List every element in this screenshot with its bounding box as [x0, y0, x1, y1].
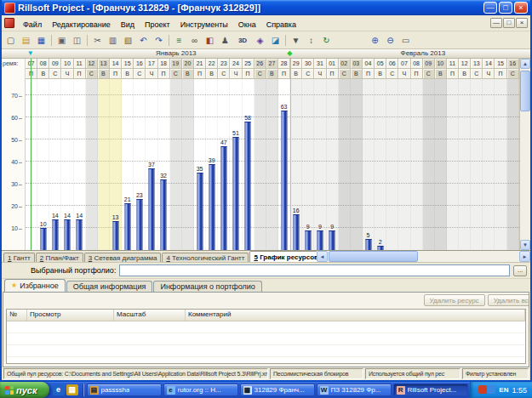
remove-all-button[interactable]: Удалить все — [488, 294, 529, 306]
toolbar-network-view-button[interactable]: ◈ — [253, 34, 267, 47]
scroll-up-icon[interactable]: ▲ — [520, 59, 530, 69]
toolbar-zoom-in-button[interactable]: ⊕ — [368, 34, 382, 47]
quick-launch-browser-icon[interactable]: e — [53, 384, 65, 395]
view-tab-3[interactable]: 3 Сетевая диаграмма — [84, 253, 162, 262]
toolbar-paste-button[interactable]: ▧ — [121, 34, 135, 47]
table-column-header-3[interactable]: Масштаб — [114, 310, 186, 321]
resource-load-bar — [64, 219, 70, 250]
menu-item-проект[interactable]: Проект — [140, 20, 175, 29]
vertical-scroll-thumb[interactable] — [520, 71, 530, 111]
day-plot-cell: 51 — [230, 79, 242, 250]
toolbar-print-button[interactable]: ▣ — [54, 34, 69, 47]
toolbar-zoom-fit-button[interactable]: ▭ — [398, 34, 413, 47]
taskbar-task-button[interactable]: RRillsoft Project... — [393, 384, 468, 396]
resource-load-bar — [281, 111, 287, 250]
day-plot-cell — [471, 79, 483, 250]
date-header-cell: 09 — [423, 59, 435, 69]
toolbar-chart-view-button[interactable]: ◪ — [268, 34, 283, 47]
toolbar-cut-button[interactable]: ✂ — [90, 34, 105, 47]
toolbar-3d-view-button[interactable]: 3D — [233, 34, 252, 47]
scroll-down-icon[interactable]: ▼ — [520, 240, 530, 250]
view-tab-2[interactable]: 2 План/Факт — [36, 253, 83, 262]
panel-tab-3[interactable]: Информация о портфолио — [153, 281, 261, 292]
chart-day-column: 12В — [459, 59, 471, 250]
task-label: Rillsoft Project... — [408, 386, 457, 394]
toolbar: ▢▤▦▣◫✂▥▧↶↷≡∞◧♟3D◈◪▼↕↻⊕⊖▭ — [2, 31, 530, 49]
day-plot-cell — [98, 79, 110, 250]
mdi-close-button[interactable]: × — [516, 18, 528, 28]
toolbar-refresh-button[interactable]: ↻ — [319, 34, 334, 47]
toolbar-new-document-button[interactable]: ▢ — [3, 34, 18, 47]
table-column-header-4[interactable]: Комментарий — [186, 310, 525, 321]
taskbar-task-button[interactable]: ▦312829 Франч... — [240, 384, 315, 396]
horizontal-scroll-track[interactable] — [328, 251, 519, 262]
toolbar-insert-task-button[interactable]: ≡ — [172, 34, 186, 47]
language-indicator[interactable]: EN — [499, 386, 508, 394]
menu-item-инструменты[interactable]: Инструменты — [175, 20, 233, 29]
bar-value-label: 58 — [237, 115, 259, 121]
mdi-minimize-button[interactable]: — — [490, 18, 502, 28]
scroll-left-icon[interactable]: ◄ — [317, 251, 328, 262]
mdi-restore-button[interactable]: □ — [503, 18, 515, 28]
weekday-header-cell: С — [423, 69, 435, 79]
minimize-button[interactable]: — — [483, 2, 497, 14]
menu-item-редактирование[interactable]: Редактирование — [47, 20, 116, 29]
table-column-header-1[interactable]: № — [7, 310, 27, 321]
tray-network-icon[interactable] — [487, 385, 495, 394]
quick-launch-folder-icon[interactable]: ▤ — [66, 384, 78, 395]
chart-day-column: 06С — [386, 59, 398, 250]
bar-value-label: 47 — [213, 139, 234, 145]
day-plot-cell: 14 — [74, 79, 86, 250]
bar-value-label: 35 — [189, 166, 210, 172]
tray-antivirus-icon[interactable] — [478, 385, 487, 394]
toolbar-filter-button[interactable]: ▼ — [289, 34, 303, 47]
toolbar-redo-button[interactable]: ↷ — [152, 34, 166, 47]
menu-item-справка[interactable]: Справка — [261, 20, 301, 29]
toolbar-open-file-button[interactable]: ▤ — [19, 34, 33, 47]
horizontal-scrollbar[interactable]: ◄ ► — [317, 251, 530, 262]
panel-tab-1[interactable]: ★Избранное — [4, 279, 66, 292]
weekday-header-cell: Ч — [483, 69, 495, 79]
remove-resource-button[interactable]: Удалить ресурс — [424, 294, 485, 306]
toolbar-resources-button[interactable]: ♟ — [218, 34, 232, 47]
toolbar-sort-button[interactable]: ↕ — [304, 34, 318, 47]
table-column-header-2[interactable]: Просмотр — [27, 310, 114, 321]
start-button[interactable]: пуск — [0, 382, 49, 398]
horizontal-scroll-thumb[interactable] — [329, 251, 418, 262]
weekday-header-cell: Ч — [61, 69, 73, 79]
toolbar-save-button[interactable]: ▦ — [34, 34, 49, 47]
toolbar-link-tasks-button[interactable]: ∞ — [187, 34, 202, 47]
weekday-header-cell: С — [339, 69, 351, 79]
taskbar-task-button[interactable]: ▤passssha — [87, 384, 162, 396]
view-tab-5[interactable]: 5 График ресурсов — [249, 251, 317, 262]
view-tab-1[interactable]: 1 Гантт — [3, 253, 35, 262]
menu-item-окна[interactable]: Окна — [233, 20, 261, 29]
portfolio-input[interactable] — [119, 264, 510, 276]
view-tabstrip: 1 Гантт2 План/Факт3 Сетевая диаграмма4 Т… — [2, 251, 530, 263]
menu-item-файл[interactable]: Файл — [18, 20, 47, 29]
close-button[interactable]: × — [514, 2, 528, 14]
view-tab-4[interactable]: 4 Технологический Гантт — [162, 253, 249, 262]
menu-item-вид[interactable]: Вид — [116, 20, 140, 29]
toolbar-zoom-out-button[interactable]: ⊖ — [383, 34, 398, 47]
day-plot-cell — [447, 79, 459, 250]
start-button-label: пуск — [16, 385, 37, 395]
vertical-scrollbar[interactable]: ▲ ▼ — [519, 59, 530, 250]
panel-tab-2[interactable]: Общая информация — [66, 281, 153, 292]
bar-value-label: 37 — [140, 162, 162, 168]
resource-load-bar — [148, 168, 154, 250]
toolbar-calendar-button[interactable]: ◧ — [203, 34, 217, 47]
toolbar-print-preview-button[interactable]: ◫ — [70, 34, 84, 47]
chart-day-column: 17Ч37 — [146, 59, 157, 250]
maximize-button[interactable]: □ — [499, 2, 512, 14]
chart-day-column: 04П5 — [363, 59, 375, 250]
toolbar-undo-button[interactable]: ↶ — [136, 34, 151, 47]
scroll-right-icon[interactable]: ► — [519, 251, 530, 262]
taskbar-task-button[interactable]: WПЗ 312829 Фр... — [317, 384, 392, 396]
toolbar-copy-button[interactable]: ▥ — [106, 34, 120, 47]
portfolio-browse-button[interactable]: ... — [513, 265, 527, 276]
vertical-scroll-track[interactable] — [520, 69, 530, 240]
bar-value-label: 16 — [285, 208, 306, 213]
day-plot-cell: 2 — [375, 79, 386, 250]
taskbar-task-button[interactable]: erutor.org :: Н... — [163, 384, 238, 396]
